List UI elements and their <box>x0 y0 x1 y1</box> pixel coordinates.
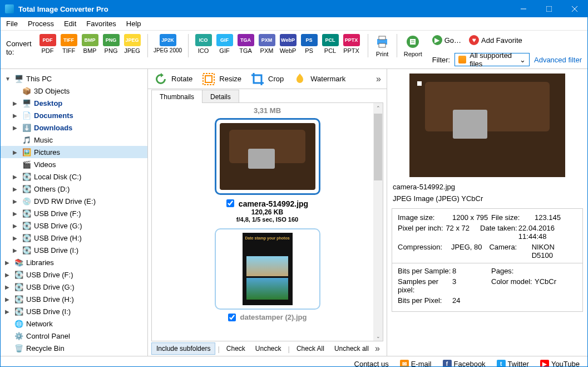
menu-file[interactable]: File <box>6 19 18 28</box>
expand-icon[interactable]: ▶ <box>13 223 19 229</box>
menu-favorites[interactable]: Favorites <box>86 19 116 28</box>
maximize-button[interactable] <box>536 1 562 17</box>
twitter-link[interactable]: tTwitter <box>497 360 529 368</box>
menu-process[interactable]: Process <box>28 19 54 28</box>
tree-item[interactable]: 📦3D Objects <box>1 85 147 97</box>
expand-icon[interactable]: ▶ <box>13 125 19 131</box>
expand-icon[interactable]: ▶ <box>13 186 19 192</box>
tree-item[interactable]: 🎵Music <box>1 134 147 146</box>
tree-item[interactable]: ▶💿DVD RW Drive (E:) <box>1 195 147 207</box>
expand-button[interactable]: » <box>376 74 381 84</box>
expand-icon[interactable]: ▶ <box>5 309 12 315</box>
rotate-button[interactable]: Rotate <box>154 72 192 86</box>
contact-link[interactable]: Contact us <box>354 360 389 367</box>
tab-details[interactable]: Details <box>202 90 239 103</box>
tree-item[interactable]: 🎬Videos <box>1 158 147 170</box>
tree-item[interactable]: ▶💽USB Drive (I:) <box>1 244 147 256</box>
check-button[interactable]: Check <box>222 343 250 354</box>
scroll-thumb[interactable] <box>374 114 382 180</box>
uncheck-all-button[interactable]: Uncheck all <box>330 343 373 354</box>
tree-item[interactable]: ▶💽USB Drive (I:) <box>1 305 147 317</box>
add-favorite-button[interactable]: ♥Add Favorite <box>469 35 522 45</box>
expand-icon[interactable]: ▶ <box>13 235 19 241</box>
tree-item[interactable]: ▼🖥️This PC <box>1 72 147 85</box>
format-pcl[interactable]: PCLPCL <box>321 34 340 57</box>
expand-icon[interactable]: ▶ <box>13 174 19 180</box>
format-webp[interactable]: WebPWebP <box>279 34 298 57</box>
folder-icon: 💽 <box>22 246 32 255</box>
tab-thumbnails[interactable]: Thumbnails <box>151 90 202 103</box>
format-pptx[interactable]: PPTXPPTX <box>342 34 361 57</box>
include-subfolders-button[interactable]: Include subfolders <box>151 342 215 355</box>
tree-item[interactable]: ▶💽USB Drive (G:) <box>1 281 147 293</box>
go-button[interactable]: ▶Go… <box>432 35 461 45</box>
format-gif[interactable]: GIFGIF <box>215 34 234 57</box>
expand-icon[interactable]: ▶ <box>13 112 19 119</box>
resize-button[interactable]: Resize <box>201 72 241 86</box>
report-button[interactable]: Report <box>404 34 422 57</box>
tree-item[interactable]: ▶💽USB Drive (F:) <box>1 268 147 281</box>
tree-item[interactable]: ▶🖥️Desktop <box>1 97 147 109</box>
expand-icon[interactable]: ▼ <box>5 76 12 82</box>
minimize-button[interactable] <box>511 1 536 17</box>
property-row: Pixel per inch:72 x 72Date taken:22.04.2… <box>398 224 577 241</box>
format-tiff[interactable]: TIFFTIFF <box>60 34 78 57</box>
format-jpeg2000[interactable]: JP2KJPEG 2000 <box>154 34 182 57</box>
tree-item[interactable]: ▶💽USB Drive (G:) <box>1 219 147 232</box>
tree-item[interactable]: ▶📄Documents <box>1 109 147 121</box>
format-ico[interactable]: ICOICO <box>194 34 213 57</box>
tree-item[interactable]: ▶💽Local Disk (C:) <box>1 170 147 183</box>
tree-item[interactable]: ▶💽Others (D:) <box>1 183 147 195</box>
advanced-filter-link[interactable]: Advanced filter <box>534 56 582 64</box>
thumbnail-card-selected[interactable] <box>215 118 320 195</box>
thumb-checkbox[interactable] <box>228 314 236 321</box>
thumbnail-view[interactable]: 3,31 MB camera-514992.jpg 120,26 KB f/4,… <box>151 102 383 341</box>
menu-edit[interactable]: Edit <box>64 19 76 28</box>
format-pdf[interactable]: PDFPDF <box>38 34 57 57</box>
scrollbar[interactable]: ⌃ ⌄ <box>373 103 383 341</box>
tree-item[interactable]: ⚙️Control Panel <box>1 330 147 342</box>
format-bmp[interactable]: BMPBMP <box>81 34 100 57</box>
tree-item[interactable]: 🗑️Recycle Bin <box>1 342 147 354</box>
facebook-link[interactable]: fFacebook <box>443 360 486 368</box>
menu-help[interactable]: Help <box>126 19 141 28</box>
expand-icon[interactable]: ▶ <box>13 149 19 155</box>
watermark-button[interactable]: Watermark <box>293 72 345 86</box>
tree-item[interactable]: ▶💽USB Drive (H:) <box>1 293 147 305</box>
filter-combo[interactable]: All supported files ⌄ <box>454 53 530 66</box>
tree-item[interactable]: ▶💽USB Drive (H:) <box>1 232 147 244</box>
format-pxm[interactable]: PXMPXM <box>258 34 276 57</box>
format-ps[interactable]: PSPS <box>300 34 319 57</box>
tree-item[interactable]: ▶🖼️Pictures <box>1 146 147 158</box>
expand-button[interactable]: » <box>375 344 383 354</box>
expand-icon[interactable]: ▶ <box>5 260 12 266</box>
close-button[interactable] <box>562 1 587 17</box>
email-link[interactable]: ✉E-mail <box>400 360 432 368</box>
thumbnail-card[interactable]: Date stamp your photos <box>215 228 320 310</box>
expand-icon[interactable]: ▶ <box>13 247 19 253</box>
tree-item[interactable]: ▶💽USB Drive (F:) <box>1 207 147 219</box>
check-all-button[interactable]: Check All <box>292 343 329 354</box>
menubar: FileProcessEditFavoritesHelp <box>1 17 587 31</box>
scroll-down-button[interactable]: ⌄ <box>373 331 383 341</box>
expand-icon[interactable]: ▶ <box>5 272 12 278</box>
watermark-icon <box>293 72 307 86</box>
expand-icon[interactable]: ▶ <box>13 100 19 106</box>
youtube-link[interactable]: ▶YouTube <box>540 360 580 368</box>
thumb-checkbox[interactable] <box>226 199 234 207</box>
crop-button[interactable]: Crop <box>250 72 284 86</box>
format-jpeg[interactable]: JPEGJPEG <box>123 34 142 57</box>
scroll-up-button[interactable]: ⌃ <box>373 103 383 112</box>
tree-item[interactable]: 🌐Network <box>1 317 147 330</box>
format-tga[interactable]: TGATGA <box>236 34 255 57</box>
report-icon <box>405 34 421 50</box>
tree-item[interactable]: ▶⬇️Downloads <box>1 121 147 134</box>
tree-item[interactable]: ▶📚Libraries <box>1 256 147 268</box>
format-png[interactable]: PNGPNG <box>102 34 121 57</box>
expand-icon[interactable]: ▶ <box>5 284 12 290</box>
print-button[interactable]: Print <box>374 34 390 57</box>
expand-icon[interactable]: ▶ <box>13 211 19 217</box>
expand-icon[interactable]: ▶ <box>5 296 12 302</box>
expand-icon[interactable]: ▶ <box>13 198 19 204</box>
uncheck-button[interactable]: Uncheck <box>251 343 286 354</box>
